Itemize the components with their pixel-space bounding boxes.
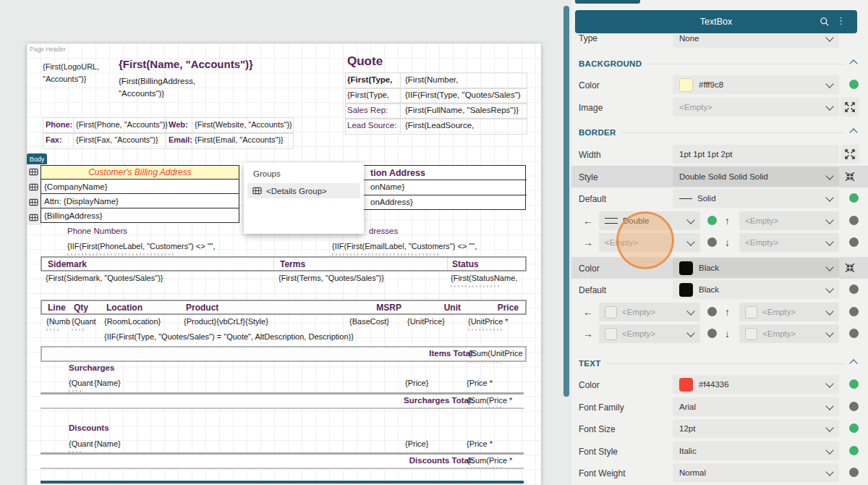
collapse-icon[interactable] <box>845 263 855 273</box>
sales-rep-value-textbox[interactable]: {First(FullName, "SalesReps")} <box>405 106 519 114</box>
search-icon[interactable] <box>820 17 830 27</box>
background-section-header[interactable]: BACKGROUND <box>579 58 856 69</box>
detail-msrp[interactable]: {BaseCost} <box>349 317 389 326</box>
property-unset-indicator[interactable] <box>849 402 859 411</box>
billing-address-textbox[interactable]: {First(BillingAddress, "Accounts")} <box>119 75 227 99</box>
col-header-qty[interactable]: Qty <box>74 303 88 313</box>
email-addresses-label-partial[interactable]: dresses <box>369 227 398 235</box>
border-color-default-select[interactable]: Black <box>673 280 839 299</box>
detail-line-number[interactable]: {Numb <box>46 317 70 326</box>
web-label[interactable]: Web: <box>169 120 188 129</box>
quote-type2-textbox[interactable]: {First(Type, <box>347 90 389 99</box>
billing-address-body-textbox[interactable]: {BillingAddress} <box>41 208 239 223</box>
col-header-line[interactable]: Line <box>48 303 66 313</box>
property-unset-indicator[interactable] <box>849 468 859 477</box>
quote-number-textbox[interactable]: {First(Number, <box>405 75 459 84</box>
text-color-select[interactable]: #f44336 <box>673 375 839 394</box>
email-value-textbox[interactable]: {First(Email, "Accounts")} <box>195 135 284 144</box>
status-value-textbox[interactable]: {First(StatusName, <box>451 274 517 282</box>
discount-name[interactable]: {Name} <box>94 439 121 448</box>
property-set-indicator[interactable] <box>849 379 859 389</box>
discount-qty[interactable]: {Quant <box>69 439 93 448</box>
web-value-textbox[interactable]: {First(Website, "Accounts")} <box>195 120 292 129</box>
border-style-default-select[interactable]: Solid <box>673 189 839 208</box>
kebab-menu-icon[interactable]: ⋮ <box>836 15 846 26</box>
font-weight-select[interactable]: Normal <box>673 463 839 482</box>
text-section-header[interactable]: TEXT <box>579 358 856 369</box>
border-width-field[interactable]: 1pt 1pt 1pt 2pt <box>673 145 839 164</box>
table-row-handle-icon[interactable] <box>29 198 38 207</box>
property-set-indicator[interactable] <box>707 216 717 225</box>
surcharge-qty[interactable]: {Quant <box>69 379 93 387</box>
terms-header[interactable]: Terms <box>280 259 305 269</box>
fax-label[interactable]: Fax: <box>46 135 62 144</box>
sidemark-value-textbox[interactable]: {First(Sidemark, "Quotes/Sales")} <box>46 274 163 282</box>
table-row-handle-icon[interactable] <box>29 213 38 222</box>
font-family-select[interactable]: Arial <box>673 397 839 416</box>
property-unset-indicator[interactable] <box>707 237 717 247</box>
col-header-location[interactable]: Location <box>106 303 142 313</box>
col-header-price[interactable]: Price <box>498 303 519 313</box>
background-image-select[interactable]: <Empty> <box>673 98 839 117</box>
border-style-top-select[interactable]: <Empty> <box>739 211 839 230</box>
phone-value-textbox[interactable]: {First(Phone, "Accounts")} <box>76 120 168 129</box>
border-color-top-select[interactable]: <Empty> <box>739 303 839 321</box>
logo-url-textbox[interactable]: {First(LogoURL, "Accounts")} <box>43 61 118 85</box>
detail-qty[interactable]: {Quant <box>72 317 96 326</box>
table-row-handle-icon[interactable] <box>29 167 38 177</box>
status-header[interactable]: Status <box>452 259 479 269</box>
email-label[interactable]: Email: <box>169 135 192 144</box>
detail-product[interactable]: {Product}{vbCrLf}{Style} <box>184 317 268 326</box>
company-name-textbox[interactable]: {CompanyName} <box>41 179 239 194</box>
border-color-right-select[interactable]: <Empty> <box>599 324 700 343</box>
property-set-indicator[interactable] <box>849 80 859 89</box>
property-unset-indicator[interactable] <box>849 237 859 247</box>
expand-editor-button[interactable] <box>841 98 859 117</box>
border-style-select[interactable]: Double Solid Solid Solid <box>673 167 839 186</box>
surcharges-total-value[interactable]: {Sum(Price * <box>467 396 512 405</box>
property-set-indicator[interactable] <box>849 446 859 455</box>
quote-title-textbox[interactable]: Quote <box>347 54 383 69</box>
detail-location[interactable]: {RoomLocation} <box>104 317 161 326</box>
property-unset-indicator[interactable] <box>707 329 717 338</box>
phone-iif-textbox[interactable]: {IIF(First(PhoneLabel, "Customers") <> "… <box>67 242 216 250</box>
discount-price[interactable]: {Price} <box>405 439 428 448</box>
account-name-textbox[interactable]: {First(Name, "Accounts")} <box>119 58 253 70</box>
border-color-bottom-select[interactable]: <Empty> <box>739 324 839 343</box>
property-unset-indicator[interactable] <box>849 284 859 294</box>
font-size-select[interactable]: 12pt <box>673 419 839 438</box>
terms-value-textbox[interactable]: {First(Terms, "Quotes/Sales")} <box>278 274 384 282</box>
sales-rep-label[interactable]: Sales Rep: <box>347 106 388 114</box>
items-total-value[interactable]: {Sum(UnitPrice <box>469 349 523 358</box>
discount-price-expr[interactable]: {Price * <box>467 439 493 448</box>
property-unset-indicator[interactable] <box>707 307 717 316</box>
surcharge-name[interactable]: {Name} <box>94 379 121 387</box>
border-color-select[interactable]: Black <box>673 258 839 277</box>
table-row-handle-icon[interactable] <box>29 182 38 192</box>
sidemark-header[interactable]: Sidemark <box>48 259 87 269</box>
border-style-bottom-select[interactable]: <Empty> <box>739 233 839 252</box>
panel-scrollbar[interactable] <box>563 6 569 397</box>
property-unset-indicator[interactable] <box>849 216 859 225</box>
surcharge-price-expr[interactable]: {Price * <box>467 379 493 387</box>
attn-textbox[interactable]: Attn: {DisplayName} <box>41 193 239 208</box>
billing-title-textbox-selected[interactable]: Customer's Billing Address <box>41 165 239 180</box>
discounts-total-value[interactable]: {Sum(Price * <box>467 456 512 465</box>
col-header-product[interactable]: Product <box>186 303 218 313</box>
property-unset-indicator[interactable] <box>849 329 859 338</box>
email-iif-textbox[interactable]: {IIF(First(EmailLabel, "Customers") <> "… <box>332 242 477 250</box>
lead-source-value-textbox[interactable]: {First(LeadSource, <box>405 121 474 130</box>
property-set-indicator[interactable] <box>849 193 859 203</box>
body-section-tab[interactable]: Body <box>27 153 47 164</box>
surcharges-total-label[interactable]: Surcharges Total: <box>404 396 474 405</box>
col-header-msrp[interactable]: MSRP <box>376 303 401 313</box>
surcharge-price[interactable]: {Price} <box>405 379 428 387</box>
property-set-indicator[interactable] <box>849 423 859 433</box>
detail-unit-price[interactable]: {UnitPrice} <box>407 317 445 326</box>
detail-description[interactable]: {IIF(First(Type, "Quotes/Sales") = "Quot… <box>104 332 354 341</box>
discounts-total-label[interactable]: Discounts Total: <box>409 456 474 465</box>
phone-numbers-label[interactable]: Phone Numbers <box>67 227 127 235</box>
phone-label[interactable]: Phone: <box>46 120 72 129</box>
property-unset-indicator[interactable] <box>849 307 859 316</box>
border-color-left-select[interactable]: <Empty> <box>599 303 700 321</box>
